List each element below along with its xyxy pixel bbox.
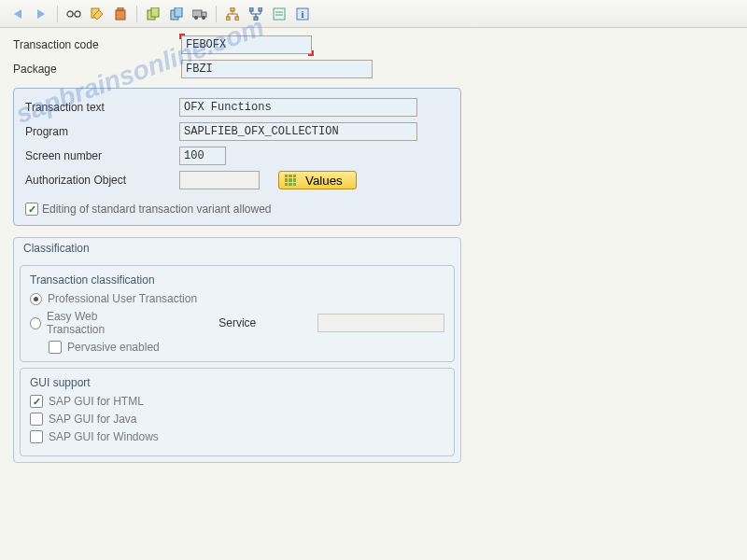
professional-label: Professional User Transaction [48, 292, 197, 305]
svg-point-1 [75, 11, 80, 17]
separator [216, 6, 217, 22]
transaction-text-label: Transaction text [25, 101, 179, 114]
package-label: Package [13, 63, 181, 76]
svg-rect-23 [254, 17, 258, 21]
separator [57, 6, 58, 22]
display-change-icon[interactable] [87, 4, 107, 24]
program-field[interactable]: SAPLFIEB_OFX_COLLECTION [179, 122, 417, 141]
back-icon[interactable] [7, 4, 28, 24]
auth-object-field[interactable] [179, 171, 260, 189]
program-label: Program [25, 125, 179, 138]
svg-rect-5 [118, 7, 123, 10]
transport-icon[interactable] [190, 4, 210, 24]
hierarchy-icon[interactable] [222, 4, 243, 24]
svg-rect-9 [175, 7, 182, 17]
svg-text:i: i [301, 8, 303, 20]
service-label: Service [218, 316, 256, 329]
gui-windows-label: SAP GUI for Windows [49, 430, 159, 443]
where-used-icon[interactable] [246, 4, 266, 24]
classification-group: Classification Transaction classificatio… [13, 237, 461, 463]
edit-variant-label: Editing of standard transaction variant … [42, 203, 271, 216]
gui-java-label: SAP GUI for Java [49, 413, 136, 426]
gui-html-label: SAP GUI for HTML [49, 395, 144, 408]
separator [136, 6, 137, 22]
svg-rect-21 [249, 7, 253, 11]
forward-icon[interactable] [31, 4, 51, 24]
assign-icon[interactable] [166, 4, 187, 24]
easy-web-label: Easy Web Transaction [47, 310, 148, 336]
grid-icon [285, 175, 296, 186]
svg-rect-4 [116, 10, 125, 20]
variant-icon[interactable] [269, 4, 289, 24]
svg-rect-10 [192, 10, 202, 17]
delete-icon[interactable] [110, 4, 131, 24]
gui-windows-checkbox[interactable] [30, 430, 43, 443]
svg-rect-28 [274, 8, 285, 20]
trans-class-title: Transaction classification [30, 273, 444, 287]
screen-number-field[interactable]: 100 [179, 147, 226, 165]
pervasive-checkbox[interactable] [49, 341, 62, 354]
gui-html-checkbox[interactable] [30, 395, 43, 408]
svg-point-0 [67, 11, 73, 17]
classification-title: Classification [14, 238, 460, 259]
svg-rect-7 [151, 7, 159, 17]
pervasive-label: Pervasive enabled [67, 341, 160, 354]
values-button-label: Values [305, 174, 343, 188]
edit-variant-checkbox[interactable] [25, 203, 38, 216]
svg-rect-14 [231, 7, 234, 11]
package-field[interactable]: FBZI [181, 60, 373, 78]
application-toolbar: i [0, 0, 747, 28]
tcode-label: Transaction code [13, 38, 181, 51]
glasses-icon[interactable] [63, 4, 84, 24]
svg-rect-15 [226, 17, 230, 21]
easy-web-radio[interactable] [30, 317, 41, 329]
transaction-details-panel: Transaction text OFX Functions Program S… [13, 88, 461, 226]
svg-point-12 [194, 16, 198, 20]
info-icon[interactable]: i [292, 4, 313, 24]
copy-icon[interactable] [143, 4, 163, 24]
svg-rect-22 [259, 7, 262, 11]
service-field[interactable] [317, 314, 444, 332]
values-button[interactable]: Values [278, 171, 357, 189]
auth-object-label: Authorization Object [25, 174, 179, 187]
svg-rect-16 [235, 17, 239, 21]
gui-java-checkbox[interactable] [30, 413, 43, 426]
gui-support-title: GUI support [30, 376, 444, 389]
transaction-classification-group: Transaction classification Professional … [20, 265, 455, 362]
transaction-text-field[interactable]: OFX Functions [179, 98, 417, 117]
tcode-field[interactable]: FEBOFX [181, 35, 312, 54]
screen-number-label: Screen number [25, 149, 179, 162]
svg-point-13 [202, 16, 205, 20]
professional-radio[interactable] [30, 293, 42, 305]
gui-support-group: GUI support SAP GUI for HTML SAP GUI for… [20, 368, 455, 456]
